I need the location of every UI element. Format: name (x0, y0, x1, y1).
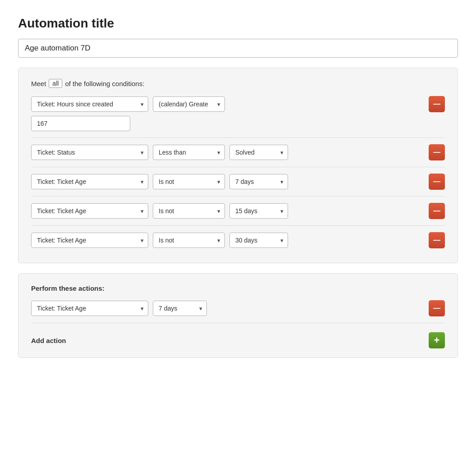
action-field-select-wrap-1: Ticket: Hours since created Ticket: Stat… (31, 301, 148, 316)
field-select-3[interactable]: Ticket: Hours since created Ticket: Stat… (31, 174, 148, 189)
remove-condition-1-button[interactable] (429, 96, 445, 112)
divider-4 (31, 225, 445, 226)
operator-select-wrap-5: (calendar) Greater than Less than Is not… (153, 233, 225, 248)
value-select-wrap-3: 7 days 14 days 15 days 30 days (229, 174, 288, 189)
field-select-wrap-4: Ticket: Hours since created Ticket: Stat… (31, 203, 148, 219)
condition-row-5: Ticket: Hours since created Ticket: Stat… (31, 232, 445, 248)
value-select-3[interactable]: 7 days 14 days 15 days 30 days (229, 174, 288, 189)
page-title: Automation title (18, 16, 458, 31)
value-select-4[interactable]: 7 days 14 days 15 days 30 days (229, 203, 288, 219)
field-select-1[interactable]: Ticket: Hours since created Ticket: Stat… (31, 96, 148, 112)
add-action-button[interactable] (429, 332, 445, 348)
operator-select-wrap-4: (calendar) Greater than Less than Is not… (153, 203, 225, 219)
remove-condition-2-button[interactable] (429, 144, 445, 160)
field-select-wrap-1: Ticket: Hours since created Ticket: Stat… (31, 96, 148, 112)
divider-1 (31, 137, 445, 138)
action-value-select-wrap-1: 7 days 14 days 15 days 30 days (153, 301, 207, 316)
conditions-section: Meet all of the following conditions: Ti… (18, 68, 458, 263)
value-select-wrap-2: New Open Pending On-hold Solved Closed (229, 145, 288, 160)
meet-label: Meet (31, 80, 46, 87)
action-field-select-1[interactable]: Ticket: Hours since created Ticket: Stat… (31, 301, 148, 316)
actions-header: Perform these actions: (31, 284, 445, 292)
field-select-wrap-3: Ticket: Hours since created Ticket: Stat… (31, 174, 148, 189)
actions-section: Perform these actions: Ticket: Hours sin… (18, 273, 458, 358)
conditions-header: Meet all of the following conditions: (31, 79, 445, 88)
field-select-wrap-5: Ticket: Hours since created Ticket: Stat… (31, 233, 148, 248)
operator-select-5[interactable]: (calendar) Greater than Less than Is not… (153, 233, 225, 248)
actions-divider (31, 323, 445, 323)
actions-label: Perform these actions: (31, 284, 105, 292)
conditions-badge[interactable]: all (49, 79, 62, 88)
remove-condition-3-button[interactable] (429, 174, 445, 190)
value-select-2[interactable]: New Open Pending On-hold Solved Closed (229, 145, 288, 160)
field-select-wrap-2: Ticket: Hours since created Ticket: Stat… (31, 145, 148, 160)
remove-action-1-button[interactable] (429, 300, 445, 316)
divider-2 (31, 167, 445, 167)
field-select-4[interactable]: Ticket: Hours since created Ticket: Stat… (31, 203, 148, 219)
operator-select-wrap-3: (calendar) Greater than Less than Is not… (153, 174, 225, 189)
operator-select-1[interactable]: (calendar) Greater than Less than Is not… (153, 96, 225, 112)
operator-select-4[interactable]: (calendar) Greater than Less than Is not… (153, 203, 225, 219)
value-select-wrap-5: 7 days 14 days 15 days 30 days (229, 233, 288, 248)
value-select-wrap-4: 7 days 14 days 15 days 30 days (229, 203, 288, 219)
divider-3 (31, 196, 445, 197)
value-select-5[interactable]: 7 days 14 days 15 days 30 days (229, 233, 288, 248)
operator-select-3[interactable]: (calendar) Greater than Less than Is not… (153, 174, 225, 189)
operator-select-wrap-2: (calendar) Greater than Less than Is not… (153, 145, 225, 160)
remove-condition-4-button[interactable] (429, 203, 445, 219)
condition-row-4: Ticket: Hours since created Ticket: Stat… (31, 203, 445, 219)
field-select-2[interactable]: Ticket: Hours since created Ticket: Stat… (31, 145, 148, 160)
condition-1-value-input[interactable] (31, 116, 130, 131)
condition-row-3: Ticket: Hours since created Ticket: Stat… (31, 174, 445, 190)
condition-row-2: Ticket: Hours since created Ticket: Stat… (31, 144, 445, 160)
condition-row-1: Ticket: Hours since created Ticket: Stat… (31, 96, 445, 131)
automation-title-input[interactable] (18, 39, 458, 58)
operator-select-2[interactable]: (calendar) Greater than Less than Is not… (153, 145, 225, 160)
action-value-select-1[interactable]: 7 days 14 days 15 days 30 days (153, 301, 207, 316)
add-action-label: Add action (31, 337, 66, 344)
remove-condition-5-button[interactable] (429, 232, 445, 248)
field-select-5[interactable]: Ticket: Hours since created Ticket: Stat… (31, 233, 148, 248)
action-row-1: Ticket: Hours since created Ticket: Stat… (31, 300, 445, 316)
operator-select-wrap-1: (calendar) Greater than Less than Is not… (153, 96, 225, 112)
add-action-row: Add action (31, 330, 445, 348)
of-label: of the following conditions: (65, 80, 144, 87)
